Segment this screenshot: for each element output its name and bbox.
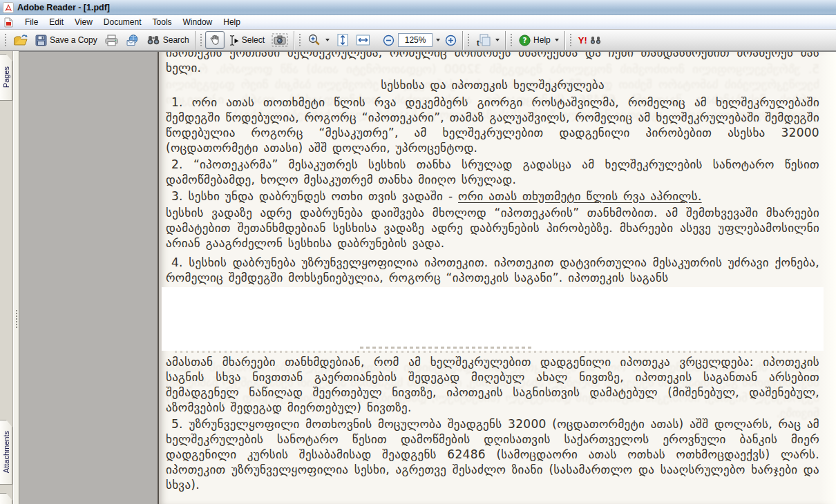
save-a-copy-label: Save a Copy: [50, 35, 97, 45]
help-button[interactable]: ? Help: [515, 31, 562, 49]
paragraph-5: 5. უზრუნველყოფილი მოთხოვნის მოცულობა შეა…: [166, 416, 819, 492]
help-question-icon: ?: [519, 35, 531, 46]
paragraph-2: 2. “იპოთეკარმა” მესაკუთრეს სესხის თანხა …: [166, 157, 819, 187]
email-globe-icon: [126, 35, 140, 46]
paragraph-3-due-date-underlined: ორი ათას თხუთმეტი წლის რვა აპრილს.: [458, 189, 702, 203]
select-ibeam-icon: [228, 35, 239, 46]
menu-tools[interactable]: Tools: [147, 16, 178, 28]
search-button[interactable]: Search: [143, 31, 193, 49]
yahoo-binoculars-icon: [590, 36, 601, 45]
fit-page-button[interactable]: [333, 31, 352, 49]
sidebar-tab-pages-label: Pages: [2, 66, 10, 88]
menu-document[interactable]: Document: [98, 16, 147, 28]
menu-window[interactable]: Window: [178, 16, 218, 28]
chevron-down-icon: [436, 39, 440, 41]
toolbar-gripper[interactable]: [200, 32, 203, 48]
toolbar-separator: [462, 31, 464, 50]
select-tool-button[interactable]: Select: [225, 31, 268, 49]
menu-edit[interactable]: Edit: [44, 16, 69, 28]
toolbar-separator: [195, 31, 196, 50]
sidebar-tab-comments[interactable]: Comments: [0, 493, 12, 504]
paragraph-3-lead: 3. სესხი უნდა დაბრუნდეს ოთხი თვის ვადაში…: [171, 189, 458, 203]
document-pane[interactable]: 5. უზრუნველყოფილი მოთხოვნის მოცულობა შეა…: [19, 51, 836, 504]
printer-icon: [104, 35, 119, 46]
save-floppy-icon: [35, 35, 47, 46]
paragraph-1: 1. ორი ათას თოთხმეტი წლის რვა დეკემბერს …: [166, 95, 819, 155]
paragraph-intro-partial: იპოთეკის ერთიანი ხელშეკრულება, რომელიც მ…: [166, 52, 819, 75]
paragraph-3: 3. სესხი უნდა დაბრუნდეს ოთხი თვის ვადაში…: [166, 188, 819, 204]
zoom-level-dropdown[interactable]: [433, 33, 441, 47]
sidebar-tab-attachments[interactable]: Attachments: [0, 420, 12, 485]
toolbar-gripper[interactable]: [4, 32, 8, 48]
toolbar-separator: [564, 31, 566, 50]
pages-tool-button[interactable]: t: [473, 31, 503, 49]
fit-width-button[interactable]: [352, 31, 374, 49]
adobe-reader-app-icon: [3, 2, 14, 13]
menu-file[interactable]: File: [19, 16, 44, 28]
paragraph-4-continuation: ამასთან მხარეები თანხმდებიან, რომ ამ ხელ…: [166, 354, 819, 415]
zoom-out-button[interactable]: [379, 31, 398, 49]
select-label: Select: [242, 35, 265, 45]
fit-page-icon: [336, 33, 349, 47]
menu-help[interactable]: Help: [218, 16, 246, 28]
print-button[interactable]: [101, 31, 122, 49]
zoom-in-plus-icon: [445, 35, 457, 46]
chevron-down-icon: [325, 39, 330, 41]
toolbar: Save a Copy Search Select: [0, 30, 836, 51]
toolbar-separator: [294, 31, 295, 50]
help-label: Help: [533, 35, 551, 45]
zoom-in-button[interactable]: [441, 31, 460, 49]
email-button[interactable]: [122, 31, 143, 49]
zoom-in-magnifier-icon: [307, 33, 321, 47]
zoom-tool-button[interactable]: [304, 31, 333, 49]
nav-pane-splitter[interactable]: [13, 51, 19, 504]
search-label: Search: [163, 35, 189, 45]
menu-bar: File Edit View Document Tools Window Hel…: [0, 15, 836, 30]
snapshot-camera-icon: [272, 33, 288, 47]
pages-tool-letter: t: [477, 39, 479, 47]
fit-width-icon: [356, 34, 370, 46]
menu-view[interactable]: View: [69, 16, 98, 28]
pdf-document-icon[interactable]: [3, 17, 14, 28]
window-titlebar[interactable]: Adobe Reader - [1.pdf]: [0, 0, 836, 15]
hand-tool-button[interactable]: [205, 31, 225, 49]
paragraph-4: 4. სესხის დაბრუნება უზრუნველყოფილია იპოთ…: [166, 255, 819, 285]
open-button[interactable]: [10, 31, 32, 49]
sidebar-tab-pages[interactable]: Pages: [0, 54, 12, 101]
redaction-box: [162, 287, 824, 351]
paragraph-3-continuation: სესხის ვადაზე ადრე დაბრუნება დაიშვება მხ…: [166, 205, 819, 251]
pdf-page[interactable]: 5. უზრუნველყოფილი მოთხოვნის მოცულობა შეა…: [158, 52, 836, 504]
open-folder-icon: [13, 34, 28, 46]
svg-text:?: ?: [523, 36, 527, 44]
chevron-down-icon: [555, 39, 559, 41]
adobe-reader-window: Adobe Reader - [1.pdf] File Edit View Do…: [0, 0, 836, 504]
toolbar-separator: [505, 31, 506, 50]
redaction-remnant-marks: [360, 347, 532, 349]
toolbar-gripper[interactable]: [510, 32, 513, 48]
zoom-level-field[interactable]: 125%: [398, 33, 433, 47]
splitter-grip-icon[interactable]: [15, 309, 18, 329]
toolbar-gripper[interactable]: [298, 32, 302, 48]
yahoo-label: Y!: [578, 35, 587, 46]
zoom-out-minus-icon: [383, 35, 395, 46]
hand-tool-icon: [209, 34, 221, 46]
toolbar-gripper[interactable]: [569, 32, 573, 48]
sidebar-tab-attachments-label: Attachments: [2, 431, 10, 473]
yahoo-search-button[interactable]: Y!: [575, 31, 605, 49]
page-text: იპოთეკის ერთიანი ხელშეკრულება, რომელიც მ…: [159, 52, 836, 492]
pages-tool-icon: t: [476, 33, 491, 47]
document-heading: სესხისა და იპოთეკის ხელშეკრულება: [166, 77, 819, 93]
save-a-copy-button[interactable]: Save a Copy: [32, 31, 101, 49]
snapshot-button[interactable]: [268, 31, 292, 49]
main-area: Pages Attachments Comments 5. უზრუნველყო…: [0, 51, 836, 504]
navigation-tab-strip: Pages Attachments Comments: [0, 51, 13, 504]
window-title: Adobe Reader - [1.pdf]: [17, 3, 110, 12]
chevron-down-icon: [495, 39, 500, 41]
toolbar-gripper[interactable]: [467, 32, 471, 48]
search-binoculars-icon: [146, 35, 160, 46]
